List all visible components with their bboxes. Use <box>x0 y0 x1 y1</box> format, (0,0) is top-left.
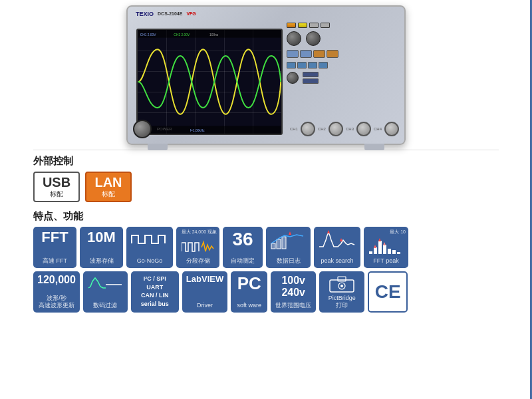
feature-row-1: FFT 高速 FFT 10M 波形存储 Go-NoGo 最大 24,000 现象… <box>33 227 499 268</box>
usb-badge: USB 标配 <box>33 172 80 202</box>
feat-bus: I²C / SPIUARTCAN / LINserial bus <box>131 271 179 313</box>
lan-sublabel: 标配 <box>93 190 124 199</box>
logo: VFG <box>186 11 196 16</box>
svg-marker-22 <box>383 242 386 245</box>
feat-ce: CE <box>368 271 408 313</box>
lan-badge: LAN 标配 <box>85 172 132 202</box>
feat-fft-sub: 高速 FFT <box>43 257 67 265</box>
fftpeak-wave-icon <box>368 237 404 255</box>
feat-labview-main: LabVIEW <box>186 275 223 283</box>
svg-marker-12 <box>340 238 342 241</box>
feat-pictbridge: PictBridge打印 <box>319 271 364 313</box>
svg-rect-14 <box>374 247 377 254</box>
feat-voltage-sub: 世界范围电压 <box>275 302 311 309</box>
feat-pictbridge-sub: PictBridge打印 <box>329 295 356 309</box>
waveform-display: CH1 2.00V CH2 2.00V 100ns AUTO f=1.00kHz <box>138 30 281 134</box>
svg-rect-19 <box>397 252 400 254</box>
feat-mem: 10M 波形存储 <box>80 227 123 268</box>
usb-label: USB <box>41 175 72 190</box>
svg-text:CH1 2.00V: CH1 2.00V <box>140 33 157 36</box>
feat-filter: 数码过滤 <box>83 271 128 313</box>
svg-rect-24 <box>338 277 346 281</box>
feat-log: 数据日志 <box>266 227 311 268</box>
feat-gonogo: Go-NoGo <box>126 227 173 268</box>
features-section: 特点、功能 FFT 高速 FFT 10M 波形存储 Go-NoGo 最大 24,… <box>0 209 532 314</box>
svg-rect-9 <box>282 237 286 249</box>
svg-marker-21 <box>374 245 376 248</box>
feat-labview-sub: Driver <box>197 302 213 309</box>
feat-pc-sub: soft ware <box>237 302 261 309</box>
brand-area: TEXIO DCS-2104E VFG <box>136 11 196 17</box>
external-control-title: 外部控制 <box>33 155 499 168</box>
bnc-ports: CH1 CH2 CH3 CH4 <box>290 122 399 136</box>
feat-seg-note: 最大 24,000 现象 <box>182 229 217 235</box>
brand-name: TEXIO <box>136 11 154 17</box>
feat-gonogo-sub: Go-NoGo <box>137 257 163 265</box>
oscilloscope-bottom: POWER CH1 CH2 CH3 CH4 <box>133 120 399 138</box>
feat-mem-sub: 波形存储 <box>90 257 114 265</box>
connectivity-row: USB 标配 LAN 标配 <box>33 172 499 202</box>
feat-fft: FFT 高速 FFT <box>33 227 76 268</box>
feat-voltage: 100v240v 世界范围电压 <box>271 271 316 313</box>
feat-seg: 最大 24,000 现象 分段存储 <box>176 227 219 268</box>
lan-label: LAN <box>93 175 124 190</box>
features-title: 特点、功能 <box>33 210 499 223</box>
feat-peak-sub: peak search <box>321 257 353 265</box>
feat-ce-text: CE <box>375 281 401 303</box>
gonogo-wave-icon <box>130 230 169 247</box>
feature-row-2: 120,000 波形/秒高速波形更新 数码过滤 I²C / SPIUARTCAN… <box>33 271 499 313</box>
power-knob <box>133 120 152 138</box>
feat-labview: LabVIEW Driver <box>182 271 227 313</box>
feat-mem-main: 10M <box>87 230 116 245</box>
feat-rate-sub: 波形/秒高速波形更新 <box>39 295 74 309</box>
svg-rect-18 <box>392 250 396 254</box>
divider-1 <box>33 150 499 150</box>
feat-peak: peak search <box>314 227 360 268</box>
feat-bus-main: I²C / SPIUARTCAN / LINserial bus <box>141 275 169 308</box>
external-control-section: 外部控制 USB 标配 LAN 标配 <box>0 154 532 209</box>
svg-marker-10 <box>289 231 291 235</box>
feat-auto: 36 自动测定 <box>223 227 263 268</box>
feat-fft-peak: 最大 10 FFT peak <box>364 227 408 268</box>
svg-point-26 <box>340 285 343 287</box>
feat-rate: 120,000 波形/秒高速波形更新 <box>33 271 80 313</box>
pictbridge-icon <box>329 275 355 293</box>
svg-text:CH2 2.00V: CH2 2.00V <box>174 33 190 36</box>
feat-log-sub: 数据日志 <box>277 257 301 265</box>
log-wave-icon <box>270 230 307 250</box>
model-name: DCS-2104E <box>158 11 182 16</box>
feat-fft-main: FFT <box>41 230 68 245</box>
feat-seg-sub: 分段存储 <box>186 257 210 265</box>
svg-rect-17 <box>388 249 391 254</box>
filter-wave-icon <box>87 275 124 295</box>
stand-right <box>364 144 384 150</box>
svg-marker-11 <box>327 230 330 233</box>
feat-pc-main: PC <box>237 275 261 292</box>
peak-wave-icon <box>318 230 356 250</box>
feat-auto-main: 36 <box>232 230 253 249</box>
seg-wave-icon <box>182 239 215 253</box>
stand-left <box>148 144 168 150</box>
svg-text:100ns: 100ns <box>209 33 219 36</box>
svg-marker-20 <box>378 238 381 241</box>
feat-filter-sub: 数码过滤 <box>93 302 117 309</box>
svg-rect-16 <box>383 245 386 254</box>
feat-auto-sub: 自动测定 <box>231 257 255 265</box>
oscilloscope-screen: CH1 2.00V CH2 2.00V 100ns AUTO f=1.00kHz <box>136 29 283 135</box>
svg-rect-8 <box>277 239 281 249</box>
feat-pc: PC soft ware <box>231 271 267 313</box>
usb-sublabel: 标配 <box>41 190 72 199</box>
feat-rate-main: 120,000 <box>37 275 76 285</box>
feat-voltage-main: 100v240v <box>281 275 305 298</box>
oscilloscope-image-area: TEXIO DCS-2104E VFG <box>0 0 532 146</box>
feat-fftpeak-note: 最大 10 <box>390 229 406 235</box>
svg-rect-7 <box>271 243 275 249</box>
feat-fftpeak-sub: FFT peak <box>373 257 398 265</box>
svg-rect-15 <box>378 241 382 254</box>
oscilloscope-device: TEXIO DCS-2104E VFG <box>126 5 406 145</box>
svg-rect-13 <box>369 251 372 254</box>
